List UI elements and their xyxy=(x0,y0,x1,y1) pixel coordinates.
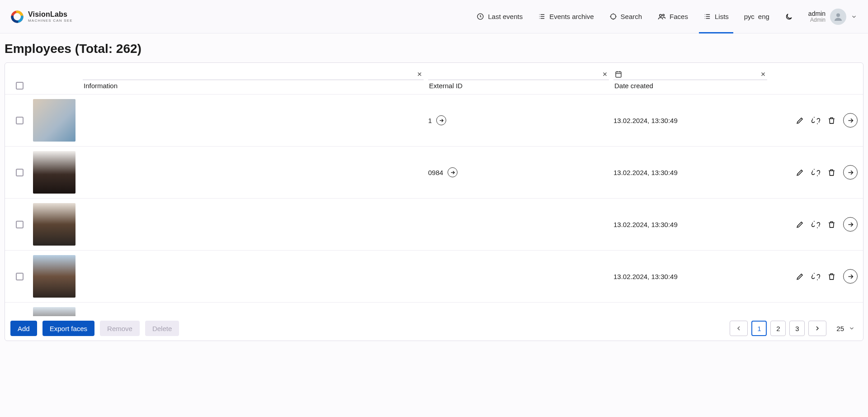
edit-button[interactable] xyxy=(796,168,804,177)
employees-panel: Information External ID Date create xyxy=(5,62,863,341)
date-created-value: 13.02.2024, 13:30:49 xyxy=(613,169,767,176)
unlink-icon xyxy=(811,116,820,125)
table-body[interactable]: 1 13.02.2024, 13:30:49 0984 13.02.2024, … xyxy=(5,95,863,316)
edit-button[interactable] xyxy=(796,272,804,281)
pencil-icon xyxy=(796,168,804,177)
calendar-icon xyxy=(614,70,623,78)
pencil-icon xyxy=(796,272,804,281)
delete-row-button[interactable] xyxy=(827,220,836,229)
delete-row-button[interactable] xyxy=(827,272,836,281)
column-header-information: Information xyxy=(83,82,424,90)
nav-item-label: Last events xyxy=(488,13,523,20)
external-id-open-button[interactable] xyxy=(436,115,446,125)
filter-external-id[interactable] xyxy=(428,68,609,80)
trash-icon xyxy=(827,116,836,125)
open-row-button[interactable] xyxy=(843,217,858,232)
export-faces-button[interactable]: Export faces xyxy=(42,321,94,336)
page-number[interactable]: 2 xyxy=(770,321,786,336)
open-row-button[interactable] xyxy=(843,269,858,284)
row-checkbox[interactable] xyxy=(16,273,24,280)
face-photo[interactable] xyxy=(33,151,75,194)
table-header: Information External ID Date create xyxy=(5,63,863,95)
nav-events-archive[interactable]: Events archive xyxy=(538,0,594,33)
nav-faces[interactable]: Faces xyxy=(657,0,688,33)
unlink-button[interactable] xyxy=(811,168,820,177)
svg-rect-6 xyxy=(616,71,621,77)
delete-row-button[interactable] xyxy=(827,168,836,177)
chevron-down-icon xyxy=(849,325,855,332)
svg-point-4 xyxy=(663,14,665,16)
nav-item-label: Search xyxy=(621,13,642,20)
user-menu[interactable]: admin Admin xyxy=(808,9,857,25)
nav-lists[interactable]: Lists xyxy=(703,0,729,33)
unlink-button[interactable] xyxy=(811,116,820,125)
date-created-value: 13.02.2024, 13:30:49 xyxy=(613,117,767,124)
brand-name: VisionLabs xyxy=(28,10,73,19)
pencil-icon xyxy=(796,116,804,125)
faces-icon xyxy=(657,13,666,20)
unlink-button[interactable] xyxy=(811,272,820,281)
lang-en[interactable]: eng xyxy=(758,13,769,20)
user-role: Admin xyxy=(808,17,826,24)
arrow-right-icon xyxy=(847,117,854,124)
close-icon[interactable] xyxy=(602,71,608,77)
chevron-right-icon xyxy=(814,325,821,332)
arrow-right-icon xyxy=(439,118,444,123)
remove-button[interactable]: Remove xyxy=(100,321,140,336)
chevron-down-icon xyxy=(851,14,857,20)
delete-row-button[interactable] xyxy=(827,116,836,125)
column-header-date-created: Date created xyxy=(613,82,767,90)
add-button[interactable]: Add xyxy=(10,321,37,336)
nav-item-label: Events archive xyxy=(549,13,594,20)
unlink-button[interactable] xyxy=(811,220,820,229)
close-icon[interactable] xyxy=(760,71,766,77)
pencil-icon xyxy=(796,220,804,229)
arrow-right-icon xyxy=(847,273,854,280)
page-size-value: 25 xyxy=(836,325,844,332)
table-row: 13.02.2024, 13:30:49 xyxy=(5,199,863,251)
face-photo[interactable] xyxy=(33,203,75,246)
topbar: VisionLabs MACHINES CAN SEE Last events … xyxy=(0,0,868,33)
nav-item-label: Faces xyxy=(670,13,688,20)
page-prev[interactable] xyxy=(730,321,748,336)
user-name: admin xyxy=(808,10,826,17)
external-id-value: 1 xyxy=(428,117,432,124)
main-nav: Last events Events archive Search Faces … xyxy=(476,0,857,33)
lang-ru[interactable]: рус xyxy=(744,13,755,20)
theme-toggle[interactable] xyxy=(785,13,793,21)
page-number[interactable]: 1 xyxy=(751,321,767,336)
unlink-icon xyxy=(811,168,820,177)
select-all-checkbox[interactable] xyxy=(16,82,24,90)
moon-icon xyxy=(785,13,793,21)
edit-button[interactable] xyxy=(796,220,804,229)
page-size-select[interactable]: 25 xyxy=(836,325,858,332)
table-footer: Add Export faces Remove Delete 123 25 xyxy=(5,316,863,341)
nav-search[interactable]: Search xyxy=(609,0,642,33)
external-id-open-button[interactable] xyxy=(448,167,458,177)
list-icon xyxy=(703,13,711,20)
page-next[interactable] xyxy=(808,321,826,336)
open-row-button[interactable] xyxy=(843,165,858,180)
user-texts: admin Admin xyxy=(808,10,826,24)
filter-date-created[interactable] xyxy=(613,68,767,80)
delete-button[interactable]: Delete xyxy=(145,321,179,336)
face-photo[interactable] xyxy=(33,99,75,142)
arrow-right-icon xyxy=(847,169,854,176)
filter-information[interactable] xyxy=(83,68,424,80)
nav-last-events[interactable]: Last events xyxy=(476,0,523,33)
row-checkbox[interactable] xyxy=(16,117,24,124)
close-icon[interactable] xyxy=(416,71,423,77)
face-photo[interactable] xyxy=(33,307,75,316)
brand-tagline: MACHINES CAN SEE xyxy=(28,19,73,23)
brand-logo[interactable]: VisionLabs MACHINES CAN SEE xyxy=(11,10,73,23)
row-checkbox[interactable] xyxy=(16,169,24,176)
edit-button[interactable] xyxy=(796,116,804,125)
arrow-right-icon xyxy=(847,221,854,228)
unlink-icon xyxy=(811,272,820,281)
target-icon xyxy=(609,13,617,20)
face-photo[interactable] xyxy=(33,255,75,298)
page-number[interactable]: 3 xyxy=(789,321,805,336)
row-checkbox[interactable] xyxy=(16,221,24,228)
page-title: Employees (Total: 262) xyxy=(0,33,868,62)
open-row-button[interactable] xyxy=(843,113,858,128)
